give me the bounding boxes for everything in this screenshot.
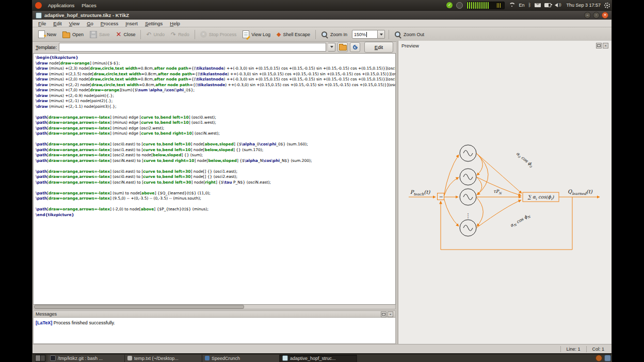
window-controls: – ▫ × xyxy=(584,12,608,19)
task-button-speedcrunch[interactable]: SpeedCrunch xyxy=(202,355,280,362)
template-edit-button[interactable]: Edit xyxy=(364,42,393,53)
stop-icon: × xyxy=(200,31,207,38)
latex-tag: [LaTeX] xyxy=(36,320,52,325)
template-browse-button[interactable] xyxy=(337,42,348,52)
zoom-out-button[interactable]: Zoom Out xyxy=(392,29,427,40)
clock[interactable]: Thu Sep 3 17:57 xyxy=(566,3,601,8)
shell-escape-label: Shell Escape xyxy=(283,32,311,37)
shell-escape-icon: ◆ xyxy=(277,31,281,38)
main-content: Template: Edit \begin{tikzpicture} \draw… xyxy=(33,41,611,344)
messages-panel-header: Messages × xyxy=(33,310,396,318)
code-line: \path[draw=orange,arrows=-latex] (osci1.… xyxy=(36,147,395,153)
template-dropdown-arrow[interactable] xyxy=(328,43,335,52)
detach-panel-icon[interactable] xyxy=(596,43,602,48)
detach-panel-icon[interactable] xyxy=(381,311,387,317)
mail-icon[interactable] xyxy=(535,3,541,7)
notification-area xyxy=(595,355,611,361)
window-icon xyxy=(36,12,42,19)
template-bar: Template: Edit xyxy=(33,41,396,53)
session-gear-icon[interactable] xyxy=(604,3,610,8)
terminal-icon xyxy=(50,355,56,361)
menu-file[interactable]: File xyxy=(35,21,50,26)
redo-icon: ↷ xyxy=(171,31,176,38)
update-status-icon[interactable]: ✓ xyxy=(446,2,453,8)
maximize-button[interactable]: ▫ xyxy=(593,12,600,19)
menu-settings[interactable]: Settings xyxy=(141,21,166,26)
editor-horizontal-scrollbar[interactable] xyxy=(33,305,396,309)
preview-panel-header: Preview × xyxy=(398,41,611,50)
code-line xyxy=(36,137,395,142)
scrollbar-thumb[interactable] xyxy=(34,305,244,309)
code-line: \path[draw=orange,arrows=-latex] (minus)… xyxy=(36,120,395,126)
new-button[interactable]: New xyxy=(36,29,59,40)
titlebar[interactable]: adaptive_hopf_structure.tikz - KTikZ – ▫… xyxy=(33,11,611,20)
edge-minus-osci1 xyxy=(444,177,459,196)
menu-edit[interactable]: Edit xyxy=(50,21,65,26)
zoom-out-label: Zoom Out xyxy=(404,32,424,37)
applications-menu[interactable]: Applications xyxy=(44,2,78,9)
tray-icon-1[interactable] xyxy=(595,355,602,361)
minus-label: − xyxy=(439,194,443,200)
zoom-in-icon xyxy=(321,31,328,38)
code-line: \path[draw=orange,arrows=-latex] (-2,0) … xyxy=(36,207,395,212)
close-panel-icon[interactable]: × xyxy=(603,43,608,48)
task-button-texteditor[interactable]: temp.txt (~/Desktop... xyxy=(125,355,202,362)
alpha0-label: α0 cos ϕ0 xyxy=(515,151,535,169)
preview-title: Preview xyxy=(401,43,419,48)
menu-go[interactable]: Go xyxy=(83,21,97,26)
code-line: \draw (minus) +(7,0) node[draw=orange](s… xyxy=(36,88,395,93)
stop-label: Stop Process xyxy=(209,32,237,37)
template-reload-button[interactable] xyxy=(350,42,360,52)
minimize-button[interactable]: – xyxy=(584,12,591,19)
open-folder-icon xyxy=(62,32,70,38)
zoom-level-combo: 150% xyxy=(352,30,385,39)
code-line: \path[draw=orange,arrows=-latex] (9.5,0)… xyxy=(36,196,395,202)
code-editor[interactable]: \begin{tikzpicture} \draw node[draw=oran… xyxy=(33,53,396,305)
template-label: Template: xyxy=(36,44,57,50)
keyboard-layout-indicator[interactable]: En xyxy=(519,3,524,8)
close-panel-icon[interactable]: × xyxy=(388,311,393,317)
zoom-level-input[interactable]: 150% xyxy=(352,30,378,39)
code-line: \begin{tikzpicture} xyxy=(36,55,395,61)
code-line xyxy=(36,202,395,207)
redo-label: Redo xyxy=(178,32,189,37)
tray-icon-2[interactable] xyxy=(604,355,611,361)
undo-button[interactable]: ↶ Undo xyxy=(143,30,167,39)
places-menu[interactable]: Places xyxy=(78,2,100,9)
save-button[interactable]: Save xyxy=(87,29,112,40)
input-label: Pteach(t) xyxy=(410,189,431,196)
distributor-logo-icon[interactable] xyxy=(35,2,42,9)
wifi-icon[interactable] xyxy=(508,3,515,8)
menu-insert[interactable]: Insert xyxy=(122,21,141,26)
template-input[interactable] xyxy=(59,43,326,52)
zoom-in-button[interactable]: Zoom In xyxy=(318,29,350,40)
menu-help[interactable]: Help xyxy=(166,21,184,26)
statusbar: Line: 1 Col: 1 xyxy=(33,344,611,353)
task-button-terminal[interactable]: /tmp/ktikz.git : bash ... xyxy=(47,355,125,362)
message-text: Process finished successfully. xyxy=(52,320,115,325)
redo-button[interactable]: ↷ Redo xyxy=(168,30,192,39)
top-panel: Applications Places ✓ En ᛒ Thu Sep 3 17:… xyxy=(32,0,612,10)
view-log-button[interactable]: View Log xyxy=(240,29,273,40)
zoom-dropdown-arrow[interactable] xyxy=(378,30,385,39)
workspace-switcher[interactable] xyxy=(35,355,45,361)
network-globe-icon[interactable] xyxy=(456,2,463,9)
shell-escape-button[interactable]: ◆ Shell Escape xyxy=(274,29,313,39)
system-monitor-applet[interactable] xyxy=(466,2,505,9)
edge-minus-osciN xyxy=(444,199,459,226)
bluetooth-icon[interactable]: ᛒ xyxy=(528,2,531,8)
open-button[interactable]: Open xyxy=(60,29,86,40)
menu-process[interactable]: Process xyxy=(97,21,122,26)
battery-icon[interactable] xyxy=(544,3,551,7)
close-button[interactable]: × xyxy=(602,12,608,19)
code-line xyxy=(36,109,395,115)
code-line xyxy=(36,185,395,191)
close-file-button[interactable]: ✕ Close xyxy=(114,29,138,39)
menu-view[interactable]: View xyxy=(66,21,83,26)
undo-icon: ↶ xyxy=(146,31,151,38)
stop-process-button[interactable]: × Stop Process xyxy=(198,29,239,39)
code-line: \path[draw=orange,arrows=-latex] (minus)… xyxy=(36,126,395,131)
task-button-ktikz[interactable]: adaptive_hopf_struc... xyxy=(280,355,357,362)
volume-icon[interactable] xyxy=(555,3,562,8)
toolbar-separator xyxy=(195,30,195,39)
